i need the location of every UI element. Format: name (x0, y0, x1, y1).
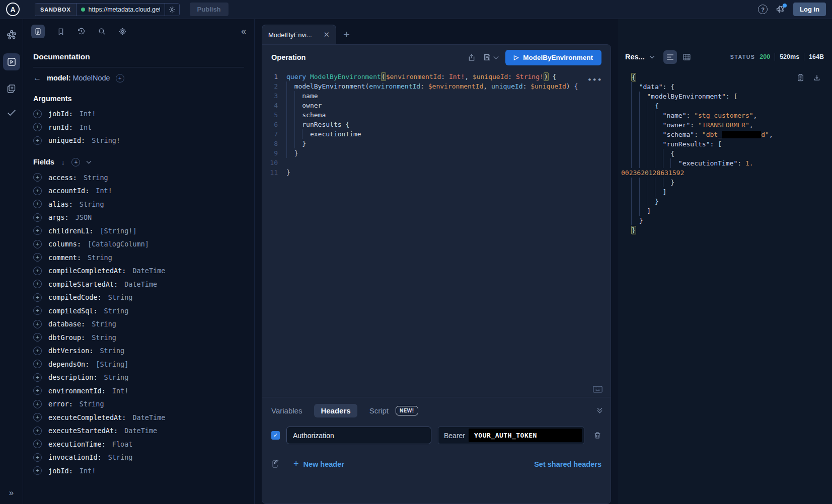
field-row[interactable]: +runId:Int (33, 123, 244, 132)
add-to-query-icon[interactable]: + (33, 226, 42, 235)
add-to-query-icon[interactable]: + (33, 267, 42, 275)
endpoint-url[interactable]: https://metadata.cloud.get (89, 6, 160, 13)
field-row[interactable]: +compileCompletedAt:DateTime (33, 267, 244, 275)
add-to-query-icon[interactable]: + (33, 253, 42, 262)
add-to-query-icon[interactable]: + (33, 453, 42, 462)
collapse-section-icon[interactable] (598, 408, 601, 412)
run-operation-button[interactable]: ▷ ModelByEnvironment (505, 50, 601, 65)
endpoint-url-box[interactable]: https://metadata.cloud.get (77, 4, 165, 16)
field-row[interactable]: +database:String (33, 320, 244, 328)
keyboard-shortcuts-icon[interactable] (593, 386, 602, 393)
add-to-query-icon[interactable]: + (33, 386, 42, 395)
add-to-query-icon[interactable]: + (33, 293, 42, 302)
field-row[interactable]: +columns:[CatalogColumn] (33, 240, 244, 248)
save-menu-chevron-icon[interactable] (494, 54, 499, 59)
add-to-query-icon[interactable]: + (33, 373, 42, 382)
settings-icon[interactable] (118, 27, 127, 36)
download-response-icon[interactable] (813, 73, 821, 82)
tab-script[interactable]: Script (369, 406, 389, 415)
add-to-query-icon[interactable]: + (33, 466, 42, 475)
add-to-query-icon[interactable]: + (33, 413, 42, 422)
publish-button[interactable]: Publish (190, 3, 229, 16)
breadcrumb-type[interactable]: ModelNode (72, 74, 110, 82)
add-to-query-icon[interactable]: + (33, 440, 42, 448)
delete-header-icon[interactable] (593, 431, 601, 440)
schema-graph-icon[interactable] (6, 29, 17, 40)
collections-nav-item[interactable] (6, 83, 17, 94)
add-field-icon[interactable]: + (116, 74, 124, 82)
field-row[interactable]: +error:String (33, 400, 244, 408)
add-to-query-icon[interactable]: + (33, 173, 42, 182)
expand-sidebar-icon[interactable]: » (9, 488, 14, 498)
editor-menu[interactable]: ••• (588, 75, 602, 85)
raw-view-toggle[interactable] (663, 50, 677, 64)
field-row[interactable]: +comment:String (33, 254, 244, 262)
operation-tab[interactable]: ModelByEnvi... ✕ (262, 25, 336, 44)
set-shared-headers-link[interactable]: Set shared headers (534, 460, 601, 468)
field-row[interactable]: +uniqueId:String! (33, 136, 244, 145)
tab-headers[interactable]: Headers (314, 404, 357, 417)
edit-headers-as-text-icon[interactable] (271, 460, 280, 468)
add-to-query-icon[interactable]: + (33, 347, 42, 355)
field-row[interactable]: +accountId:Int! (33, 187, 244, 195)
field-row[interactable]: +compileStartedAt:DateTime (33, 280, 244, 289)
save-icon[interactable] (483, 53, 491, 61)
add-to-query-icon[interactable]: + (33, 187, 42, 195)
help-icon[interactable]: ? (758, 5, 768, 14)
bookmark-icon[interactable] (57, 28, 65, 36)
field-row[interactable]: +dependsOn:[String] (33, 360, 244, 369)
add-to-query-icon[interactable]: + (33, 320, 42, 328)
field-row[interactable]: +invocationId:String (33, 453, 244, 462)
field-row[interactable]: +description:String (33, 373, 244, 382)
new-header-button[interactable]: + New header (293, 459, 344, 469)
back-arrow-icon[interactable]: ← (33, 73, 41, 82)
table-view-toggle[interactable] (683, 53, 691, 61)
explorer-nav-item[interactable] (3, 53, 20, 70)
field-row[interactable]: +dbtVersion:String (33, 347, 244, 355)
documentation-tab-icon[interactable] (31, 25, 45, 38)
field-row[interactable]: +alias:String (33, 200, 244, 209)
checks-nav-item[interactable] (6, 107, 17, 118)
auth-token-value[interactable]: YOUR_AUTH_TOKEN (469, 429, 582, 442)
add-to-query-icon[interactable]: + (33, 427, 42, 435)
add-all-fields-icon[interactable]: + (71, 158, 80, 166)
add-to-query-icon[interactable]: + (33, 360, 42, 368)
chevron-down-icon[interactable] (87, 158, 92, 163)
add-to-query-icon[interactable]: + (33, 333, 42, 342)
field-row[interactable]: +executeStartedAt:DateTime (33, 427, 244, 435)
copy-response-icon[interactable] (797, 73, 804, 82)
collapse-panel-icon[interactable]: « (241, 26, 246, 37)
query-editor[interactable]: 1query ModelByEnvironment($environmentId… (262, 70, 611, 397)
response-menu-chevron-icon[interactable] (649, 53, 654, 58)
field-row[interactable]: +dbtGroup:String (33, 333, 244, 342)
history-icon[interactable] (77, 27, 86, 36)
close-tab-icon[interactable]: ✕ (323, 30, 330, 39)
sort-icon[interactable]: ↓ (61, 158, 65, 166)
field-row[interactable]: +compiledCode:String (33, 293, 244, 302)
add-to-query-icon[interactable]: + (33, 136, 42, 145)
field-row[interactable]: +access:String (33, 174, 244, 182)
add-to-query-icon[interactable]: + (33, 200, 42, 208)
field-row[interactable]: +executeCompletedAt:DateTime (33, 413, 244, 422)
header-enabled-checkbox[interactable]: ✓ (271, 431, 280, 440)
add-to-query-icon[interactable]: + (33, 240, 42, 248)
share-icon[interactable] (468, 53, 476, 62)
add-to-query-icon[interactable]: + (33, 306, 42, 315)
add-to-query-icon[interactable]: + (33, 110, 42, 118)
add-to-query-icon[interactable]: + (33, 123, 42, 131)
announcements-button[interactable] (776, 5, 785, 14)
field-row[interactable]: +args:JSON (33, 213, 244, 222)
field-row[interactable]: +childrenL1:[String!] (33, 227, 244, 235)
field-row[interactable]: +environmentId:Int! (33, 387, 244, 395)
add-to-query-icon[interactable]: + (33, 280, 42, 288)
endpoint-settings-button[interactable] (165, 4, 179, 16)
search-icon[interactable] (98, 27, 106, 36)
header-key-input[interactable] (286, 427, 431, 444)
tab-variables[interactable]: Variables (271, 406, 302, 415)
add-to-query-icon[interactable]: + (33, 400, 42, 408)
field-row[interactable]: +jobId:Int! (33, 110, 244, 118)
add-to-query-icon[interactable]: + (33, 213, 42, 222)
login-button[interactable]: Log in (793, 3, 826, 16)
field-row[interactable]: +compiledSql:String (33, 307, 244, 315)
header-value-input[interactable]: Bearer YOUR_AUTH_TOKEN (438, 427, 584, 444)
